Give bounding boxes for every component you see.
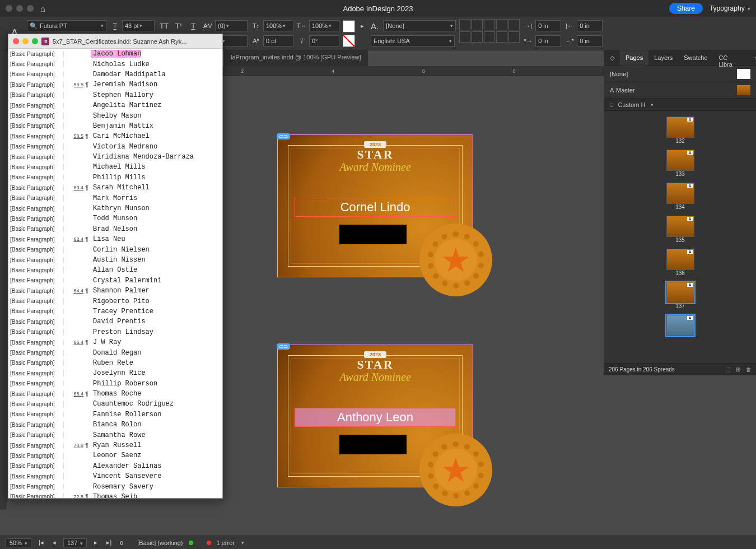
story-row[interactable]: [Basic Paragraph]Nicholas Ludke	[8, 59, 222, 69]
story-text[interactable]: Damodar Maddipatla	[91, 71, 166, 78]
zoom-field[interactable]: 50% ▾	[6, 538, 31, 547]
minimize-icon[interactable]	[16, 5, 23, 12]
story-editor-titlebar[interactable]: Id 5x7_STAR_Certificates.indd: Suzanne A…	[8, 34, 222, 49]
page-thumbnail[interactable]: A	[666, 315, 694, 336]
pages-thumbnails-scroll[interactable]: A132A133A134A135A136A137A	[604, 111, 756, 363]
story-text[interactable]: Mark Morris	[91, 194, 137, 202]
story-text[interactable]: Cuauhtemoc Rodriguez	[91, 400, 174, 408]
story-row[interactable]: [Basic Paragraph]66.4¶J W Ray	[8, 337, 222, 347]
story-row[interactable]: [Basic Paragraph]72.8¶Thomas Seib	[8, 492, 222, 498]
story-row[interactable]: [Basic Paragraph]Crystal Palermini	[8, 276, 222, 286]
indent-last-field[interactable]: 0 in	[577, 35, 603, 46]
story-row[interactable]: [Basic Paragraph]Alexander Salinas	[8, 461, 222, 471]
story-text[interactable]: Todd Munson	[91, 215, 137, 222]
preflight-profile[interactable]: [Basic] (working)	[137, 539, 183, 546]
story-text[interactable]: Austin Nissen	[91, 256, 146, 264]
story-row[interactable]: [Basic Paragraph]Corlin Nielsen	[8, 244, 222, 254]
indent-right-field[interactable]: 0 in	[577, 20, 603, 31]
story-text[interactable]: Thomas Seib	[91, 493, 137, 498]
story-text[interactable]: Viridiana Mendoza-Barraza	[91, 153, 194, 161]
story-row[interactable]: [Basic Paragraph]Todd Munson	[8, 213, 222, 224]
new-page-icon[interactable]: ⊞	[736, 366, 740, 373]
story-row[interactable]: [Basic Paragraph]Michael Mills	[8, 162, 222, 172]
master-none-row[interactable]: [None]	[604, 66, 756, 82]
story-text[interactable]: Cari McMichael	[91, 132, 150, 140]
story-row[interactable]: [Basic Paragraph]Phillip Mills	[8, 173, 222, 183]
story-row[interactable]: [Basic Paragraph]Victoria Medrano	[8, 142, 222, 152]
zoom-icon[interactable]	[32, 38, 38, 44]
more-icon[interactable]: »	[749, 50, 756, 66]
preview-mode-icon[interactable]: ⭘	[119, 539, 125, 546]
pages-size-dropdown[interactable]: ≡ Custom H ▾	[604, 99, 756, 111]
minimize-icon[interactable]	[22, 38, 29, 44]
first-page-icon[interactable]: |◂	[37, 539, 45, 546]
share-button[interactable]: Share	[669, 3, 703, 14]
story-text[interactable]: Phillip Mills	[91, 174, 146, 182]
tab-swatches[interactable]: Swatche	[678, 50, 713, 66]
indent-left-field[interactable]: 0 in	[535, 20, 561, 31]
page-thumbnail[interactable]: A	[666, 282, 694, 303]
story-text[interactable]: Tracey Prentice	[91, 308, 153, 315]
story-row[interactable]: [Basic Paragraph]68.4¶Thomas Roche	[8, 389, 222, 399]
story-text[interactable]: Jeremiah Madison	[91, 81, 157, 89]
tab-pages[interactable]: Pages	[620, 50, 648, 66]
story-text[interactable]: Joselynn Rice	[91, 369, 146, 377]
home-icon[interactable]: ⌂	[40, 4, 45, 13]
story-row[interactable]: [Basic Paragraph]Rigoberto Pito	[8, 296, 222, 306]
story-row[interactable]: [Basic Paragraph]Damodar Maddipatla	[8, 69, 222, 80]
story-text[interactable]: J W Ray	[91, 338, 121, 346]
story-row[interactable]: [Basic Paragraph]Viridiana Mendoza-Barra…	[8, 152, 222, 162]
story-row[interactable]: [Basic Paragraph]Donald Regan	[8, 347, 222, 357]
story-row[interactable]: [Basic Paragraph]64.4¶Shannon Palmer	[8, 286, 222, 296]
story-text[interactable]: David Prentis	[91, 318, 146, 325]
story-text[interactable]: Rigoberto Pito	[91, 297, 150, 305]
story-text[interactable]: Stephen Mallory	[91, 91, 153, 99]
story-text[interactable]: Shelby Mason	[91, 112, 141, 120]
prev-page-icon[interactable]: ◂	[51, 539, 58, 546]
story-row[interactable]: [Basic Paragraph]Jacob Lohman	[8, 49, 222, 59]
vscale-field[interactable]: 100%▾	[263, 20, 293, 31]
story-text[interactable]: Vincent Sansevere	[91, 472, 161, 480]
next-page-icon[interactable]: ▸	[92, 539, 99, 546]
story-row[interactable]: [Basic Paragraph]Bianca Rolon	[8, 420, 222, 430]
master-a-row[interactable]: A-Master	[604, 82, 756, 99]
delete-page-icon[interactable]: 🗑	[746, 366, 752, 373]
stroke-swatch[interactable]	[343, 35, 355, 47]
story-row[interactable]: [Basic Paragraph]56.5¶Jeremiah Madison	[8, 80, 222, 90]
story-row[interactable]: [Basic Paragraph]Stephen Mallory	[8, 90, 222, 100]
story-text[interactable]: Allan Ostle	[91, 266, 137, 274]
cert-name-box[interactable]: Cornel Lindo	[295, 198, 456, 217]
skew-field[interactable]: 0°	[309, 35, 339, 46]
fill-swatch[interactable]	[343, 20, 355, 32]
certificate-page-1[interactable]: ⊂⊃ 2023 STAR Award Nominee Cornel Lindo …	[277, 134, 473, 277]
error-count[interactable]: 1 error	[217, 539, 235, 546]
story-text[interactable]: Benjamin Mattix	[91, 122, 153, 130]
story-text[interactable]: Thomas Roche	[91, 390, 141, 398]
hscale-field[interactable]: 100%▾	[309, 20, 339, 31]
story-text[interactable]: Leonor Saenz	[91, 452, 141, 459]
story-text[interactable]: Phillip Roberson	[91, 380, 157, 388]
story-row[interactable]: [Basic Paragraph]70.8¶Ryan Russell	[8, 440, 222, 450]
story-row[interactable]: [Basic Paragraph]Leonor Saenz	[8, 450, 222, 460]
story-row[interactable]: [Basic Paragraph]Preston Lindsay	[8, 327, 222, 337]
superscript-icon[interactable]: T¹	[172, 20, 185, 31]
close-icon[interactable]	[6, 5, 12, 12]
last-page-icon[interactable]: ▸|	[105, 539, 113, 546]
zoom-icon[interactable]	[27, 5, 34, 12]
story-text[interactable]: Brad Nelson	[91, 225, 137, 233]
panel-toggle-icon[interactable]: ◇	[604, 50, 620, 66]
story-row[interactable]: [Basic Paragraph]Allan Ostle	[8, 265, 222, 275]
swap-fill-icon[interactable]: ▸	[357, 21, 367, 31]
story-row[interactable]: [Basic Paragraph]Joselynn Rice	[8, 368, 222, 378]
story-row[interactable]: [Basic Paragraph]Benjamin Mattix	[8, 121, 222, 131]
kerning-field[interactable]: (0)▾	[215, 20, 248, 31]
story-text[interactable]: Donald Regan	[91, 349, 141, 357]
page-thumbnail[interactable]: A	[666, 216, 694, 237]
allcaps-icon[interactable]: TT	[158, 20, 170, 31]
baseline-field[interactable]: 0 pt	[263, 35, 293, 46]
paragraph-align-grid[interactable]	[459, 19, 520, 48]
story-text[interactable]: Nicholas Ludke	[91, 61, 150, 68]
language-field[interactable]: English: USA▾	[371, 35, 455, 46]
story-text[interactable]: Samantha Rowe	[91, 431, 146, 439]
story-text[interactable]: Ryan Russell	[91, 441, 141, 449]
